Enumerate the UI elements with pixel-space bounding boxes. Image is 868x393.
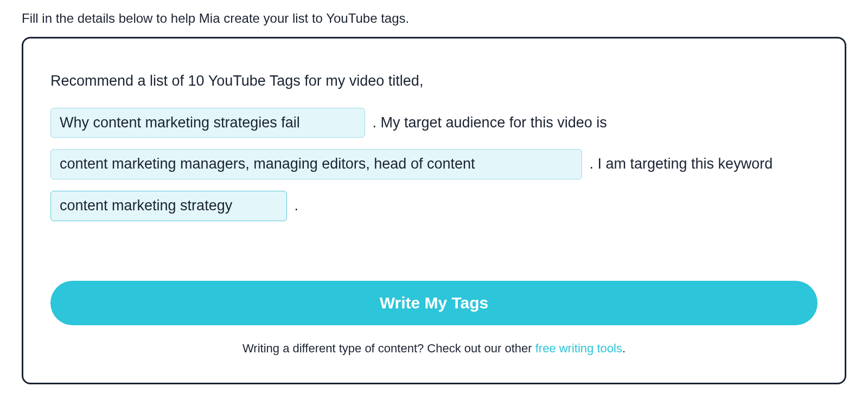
footer-text-after: .	[622, 342, 626, 355]
prompt-container: Recommend a list of 10 YouTube Tags for …	[50, 60, 818, 227]
footer-text-before: Writing a different type of content? Che…	[242, 342, 535, 355]
video-title-input[interactable]	[50, 108, 365, 138]
prompt-text-2: . My target audience for this video is	[373, 114, 607, 131]
prompt-text-4: .	[295, 197, 299, 214]
prompt-text-3: . I am targeting this keyword	[590, 156, 773, 172]
keyword-input[interactable]	[50, 191, 287, 221]
prompt-text-1: Recommend a list of 10 YouTube Tags for …	[50, 73, 423, 89]
instruction-text: Fill in the details below to help Mia cr…	[22, 11, 846, 26]
write-my-tags-button[interactable]: Write My Tags	[50, 281, 818, 325]
free-writing-tools-link[interactable]: free writing tools	[535, 342, 622, 355]
form-card: Recommend a list of 10 YouTube Tags for …	[22, 37, 846, 384]
target-audience-input[interactable]	[50, 149, 582, 179]
footer-text: Writing a different type of content? Che…	[50, 342, 818, 356]
